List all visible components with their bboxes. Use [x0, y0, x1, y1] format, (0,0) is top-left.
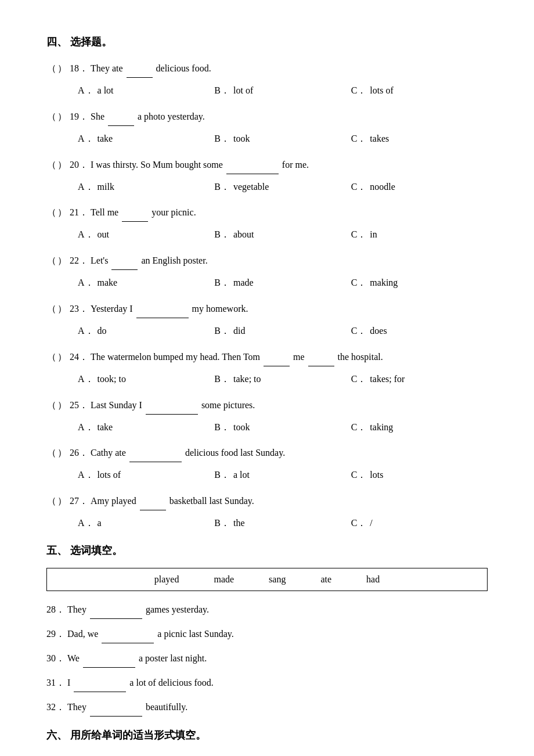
q33-text: They (see) some birds. They (sing) beaut… — [67, 753, 393, 756]
q20-paren: （ — [46, 157, 57, 174]
q25-text: Last Sunday I some pictures. — [91, 396, 488, 415]
q18-paren: （ — [46, 60, 57, 77]
q27-paren2: ） — [57, 493, 67, 510]
q22-optB: B．made — [214, 275, 351, 291]
q24-num: 24． — [67, 349, 88, 366]
q23-paren2: ） — [57, 301, 67, 318]
q22-optC: C．making — [351, 275, 488, 291]
q21-num: 21． — [67, 204, 88, 221]
q32-text: They beautifully. — [67, 698, 488, 717]
q25-line: （ ） 25． Last Sunday I some pictures. — [46, 396, 488, 415]
q27-line: （ ） 27． Amy played basketball last Sunda… — [46, 492, 488, 510]
q25-optA: A．take — [78, 419, 214, 436]
q18-paren2: ） — [57, 60, 67, 77]
question-22: （ ） 22． Let's an English poster. A．make … — [46, 251, 488, 291]
q27-optB: B．the — [214, 515, 351, 532]
question-21: （ ） 21． Tell me your picnic. A．out B．abo… — [46, 203, 488, 243]
q20-options: A．milk B．vegetable C．noodle — [78, 179, 488, 196]
q31-blank — [74, 692, 126, 692]
question-24: （ ） 24． The watermelon bumped my head. T… — [46, 348, 488, 388]
q31-text: I a lot of delicious food. — [67, 674, 488, 692]
q27-paren: （ — [46, 493, 57, 510]
q25-optB: B．took — [214, 419, 351, 436]
section5-title: 五、 选词填空。 — [46, 543, 488, 557]
q22-optA: A．make — [78, 275, 214, 291]
q20-optA: A．milk — [78, 179, 214, 196]
q26-num: 26． — [67, 445, 88, 462]
q33: 33． They (see) some birds. They (sing) b… — [46, 753, 488, 756]
q26-line: （ ） 26． Cathy ate delicious food last Su… — [46, 444, 488, 462]
q18-optA: A．a lot — [78, 82, 214, 99]
q26-paren: （ — [46, 445, 57, 462]
q20-line: （ ） 20． I was thirsty. So Mum bought som… — [46, 156, 488, 174]
q29-num: 29． — [46, 625, 67, 643]
q19-num: 19． — [67, 109, 88, 125]
q24-paren2: ） — [57, 349, 67, 366]
q22-paren: （ — [46, 253, 57, 269]
q27-options: A．a B．the C．/ — [78, 515, 488, 532]
section4-title: 四、 选择题。 — [46, 35, 488, 49]
question-27: （ ） 27． Amy played basketball last Sunda… — [46, 492, 488, 532]
q27-blank — [140, 510, 166, 510]
q22-line: （ ） 22． Let's an English poster. — [46, 251, 488, 270]
question-19: （ ） 19． She a photo yesterday. A．take B．… — [46, 107, 488, 147]
q29: 29． Dad, we a picnic last Sunday. — [46, 625, 488, 643]
q19-paren: （ — [46, 109, 57, 125]
question-25: （ ） 25． Last Sunday I some pictures. A．t… — [46, 396, 488, 436]
q18-optB: B．lot of — [214, 82, 351, 99]
q21-options: A．out B．about C．in — [78, 226, 488, 243]
q19-paren2: ） — [57, 109, 67, 125]
word-bank: played made sang ate had — [46, 568, 488, 591]
q24-optA: A．took; to — [78, 371, 214, 388]
q20-num: 20． — [67, 157, 88, 174]
q18-text: They ate delicious food. — [91, 59, 488, 78]
q21-line: （ ） 21． Tell me your picnic. — [46, 203, 488, 222]
q26-text: Cathy ate delicious food last Sunday. — [91, 444, 488, 462]
q25-optC: C．taking — [351, 419, 488, 436]
q30-num: 30． — [46, 649, 67, 668]
q21-text: Tell me your picnic. — [91, 203, 488, 222]
q24-optB: B．take; to — [214, 371, 351, 388]
q29-blank — [102, 643, 154, 643]
q28-text: They games yesterday. — [67, 600, 488, 619]
q18-blank — [127, 77, 153, 78]
q19-optA: A．take — [78, 131, 214, 147]
q26-optB: B．a lot — [214, 467, 351, 484]
question-18: （ ） 18． They ate delicious food. A．a lot… — [46, 59, 488, 99]
q18-num: 18． — [67, 60, 88, 77]
q20-text: I was thirsty. So Mum bought some for me… — [91, 156, 488, 174]
q23-blank — [136, 318, 189, 318]
q24-line: （ ） 24． The watermelon bumped my head. T… — [46, 348, 488, 366]
q23-paren: （ — [46, 301, 57, 318]
q30: 30． We a poster last night. — [46, 649, 488, 668]
q19-options: A．take B．took C．takes — [78, 131, 488, 147]
q22-num: 22． — [67, 253, 88, 269]
q18-line: （ ） 18． They ate delicious food. — [46, 59, 488, 78]
q21-optA: A．out — [78, 226, 214, 243]
q25-blank — [146, 414, 198, 415]
q22-text: Let's an English poster. — [91, 251, 488, 270]
q28-blank — [90, 618, 142, 619]
q26-blank — [129, 462, 182, 462]
q24-optC: C．takes; for — [351, 371, 488, 388]
q23-optA: A．do — [78, 323, 214, 340]
q32-num: 32． — [46, 698, 67, 717]
q21-paren2: ） — [57, 204, 67, 221]
question-23: （ ） 23． Yesterday I my homework. A．do B．… — [46, 300, 488, 340]
q19-optC: C．takes — [351, 131, 488, 147]
q23-optB: B．did — [214, 323, 351, 340]
q23-optC: C．does — [351, 323, 488, 340]
q29-text: Dad, we a picnic last Sunday. — [67, 625, 488, 643]
q21-optB: B．about — [214, 226, 351, 243]
q30-text: We a poster last night. — [67, 649, 488, 668]
q22-blank — [111, 269, 138, 270]
q19-text: She a photo yesterday. — [91, 107, 488, 126]
q33-num: 33． — [46, 753, 67, 756]
q25-paren: （ — [46, 397, 57, 414]
question-20: （ ） 20． I was thirsty. So Mum bought som… — [46, 156, 488, 196]
q21-optC: C．in — [351, 226, 488, 243]
q19-blank — [108, 125, 134, 126]
q26-paren2: ） — [57, 445, 67, 462]
q19-optB: B．took — [214, 131, 351, 147]
q32: 32． They beautifully. — [46, 698, 488, 717]
